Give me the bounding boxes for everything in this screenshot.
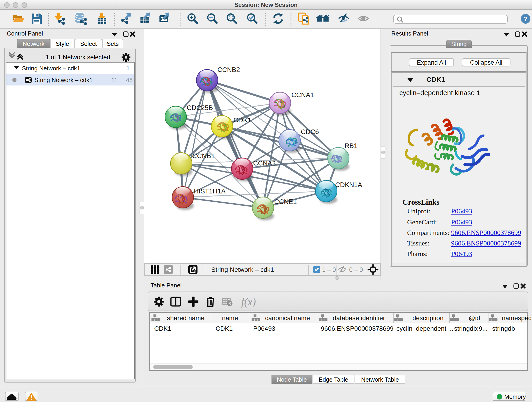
svg-text:CDKN1A: CDKN1A	[335, 181, 362, 188]
svg-text:?: ?	[524, 15, 528, 23]
svg-text:1 – 0: 1 – 0	[322, 266, 336, 273]
svg-text:RB1: RB1	[345, 142, 357, 149]
svg-text:CDC25B: CDC25B	[187, 104, 213, 111]
svg-text:HIST1H1A: HIST1H1A	[194, 187, 226, 195]
svg-text:CDK1: CDK1	[234, 116, 251, 124]
svg-text:CCNE1: CCNE1	[274, 198, 297, 205]
svg-text:CCNB2: CCNB2	[217, 66, 240, 73]
svg-text:0 – 0: 0 – 0	[349, 266, 363, 273]
svg-text:CCNB1: CCNB1	[192, 152, 215, 160]
svg-text:CDC6: CDC6	[301, 128, 319, 135]
svg-text:String Network – cdk1: String Network – cdk1	[211, 266, 274, 273]
svg-text:CCNA2: CCNA2	[253, 160, 276, 167]
svg-text:CCNA1: CCNA1	[291, 91, 314, 99]
svg-text:1 of 1 Network selected: 1 of 1 Network selected	[46, 54, 110, 61]
svg-text:f(x): f(x)	[241, 296, 256, 307]
